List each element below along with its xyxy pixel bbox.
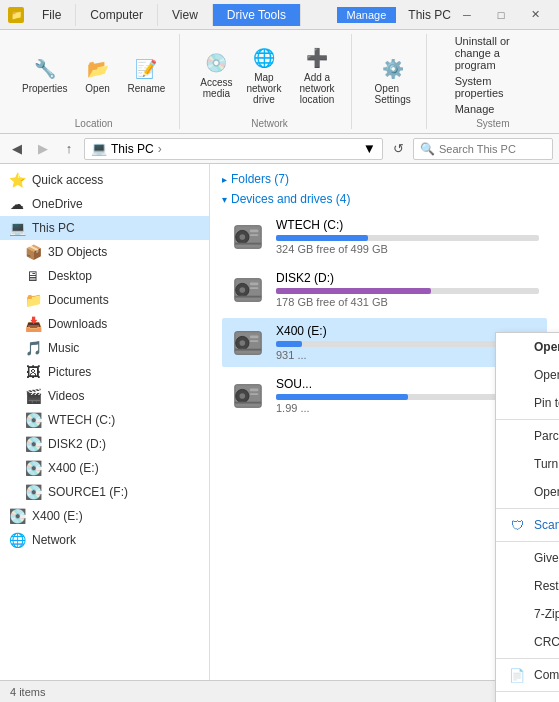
path-dropdown-btn[interactable]: ▼: [363, 141, 376, 156]
sidebar-item-3d-objects[interactable]: 📦 3D Objects: [0, 240, 209, 264]
ctx-open[interactable]: Open: [496, 333, 559, 361]
ribbon-group-settings-items: ⚙️ OpenSettings: [368, 34, 418, 127]
forward-button[interactable]: ▶: [32, 138, 54, 160]
ctx-crc-label: CRC SHA: [534, 635, 559, 649]
path-chevron: ›: [158, 142, 162, 156]
sidebar-item-documents-label: Documents: [48, 293, 109, 307]
ctx-open-new-window[interactable]: Open in new window: [496, 361, 559, 389]
ctx-pin-quick-access[interactable]: Pin to Quick access: [496, 389, 559, 417]
refresh-button[interactable]: ↺: [387, 138, 409, 160]
sidebar-item-documents[interactable]: 📁 Documents: [0, 288, 209, 312]
ribbon-item-rename-label: Rename: [128, 83, 166, 94]
drive-icon-wtech: [230, 219, 266, 255]
ctx-autoplay[interactable]: Open AutoPlay...: [496, 478, 559, 506]
ribbon-item-rename[interactable]: 📝 Rename: [122, 53, 172, 98]
ctx-restore-versions[interactable]: Restore previous versions: [496, 572, 559, 600]
ribbon-item-add-location-label: Add a networklocation: [297, 72, 336, 105]
ctx-pin-quick-access-label: Pin to Quick access: [534, 396, 559, 410]
svg-point-8: [240, 287, 246, 293]
ctx-sep-2: [496, 508, 559, 509]
sidebar-item-downloads[interactable]: 📥 Downloads: [0, 312, 209, 336]
ribbon-item-add-location[interactable]: ➕ Add a networklocation: [291, 42, 342, 109]
ctx-include-library[interactable]: Include in library ›: [496, 694, 559, 702]
drive-size-wtech: 324 GB free of 499 GB: [276, 243, 539, 255]
path-computer-icon: 💻: [91, 141, 107, 156]
ribbon-manage[interactable]: Manage: [451, 102, 535, 116]
close-button[interactable]: ✕: [519, 5, 551, 25]
ctx-acrobat[interactable]: 📄 Combiner des fichiers dans Acrobat...: [496, 661, 559, 689]
drive-item-disk2[interactable]: DISK2 (D:) 178 GB free of 431 GB: [222, 265, 547, 314]
back-button[interactable]: ◀: [6, 138, 28, 160]
drive-bar-bg-disk2: [276, 288, 539, 294]
ctx-autoplay-icon: [508, 483, 526, 501]
ctx-7zip[interactable]: 7-Zip ›: [496, 600, 559, 628]
sidebar-item-disk2[interactable]: 💽 DISK2 (D:): [0, 432, 209, 456]
this-pc-icon: 💻: [8, 219, 26, 237]
tab-view[interactable]: View: [158, 4, 213, 26]
ctx-acrobat-label: Combiner des fichiers dans Acrobat...: [534, 668, 559, 682]
ribbon-group-system-items: Uninstall or change a program System pro…: [443, 34, 543, 116]
sidebar-item-quick-access[interactable]: ⭐ Quick access: [0, 168, 209, 192]
ribbon-uninstall[interactable]: Uninstall or change a program: [451, 34, 535, 72]
tab-file[interactable]: File: [28, 4, 76, 26]
address-path[interactable]: 💻 This PC › ▼: [84, 138, 383, 160]
svg-rect-3: [250, 229, 259, 232]
ribbon-item-properties[interactable]: 🔧 Properties: [16, 53, 74, 98]
ctx-acdSee-icon: [508, 427, 526, 445]
drive-icon-x400: [230, 325, 266, 361]
svg-rect-16: [250, 340, 259, 342]
sidebar-item-wtech[interactable]: 💽 WTECH (C:): [0, 408, 209, 432]
ribbon-item-map-drive[interactable]: 🌐 Map networkdrive: [240, 42, 287, 109]
ctx-bitlocker-icon: [508, 455, 526, 473]
ribbon-item-properties-label: Properties: [22, 83, 68, 94]
folders-section-label: Folders (7): [231, 172, 289, 186]
devices-section-header[interactable]: ▾ Devices and drives (4): [222, 192, 547, 206]
sidebar-item-x400[interactable]: 💽 X400 (E:): [0, 504, 209, 528]
sidebar-item-this-pc[interactable]: 💻 This PC: [0, 216, 209, 240]
search-icon: 🔍: [420, 142, 435, 156]
ctx-pin-quick-access-icon: [508, 394, 526, 412]
ctx-sep-1: [496, 419, 559, 420]
drive-info-disk2: DISK2 (D:) 178 GB free of 431 GB: [276, 271, 539, 308]
minimize-button[interactable]: ─: [451, 5, 483, 25]
sidebar-item-wtech-label: WTECH (C:): [48, 413, 115, 427]
ctx-give-access[interactable]: Give access to ›: [496, 544, 559, 572]
ctx-acdSee[interactable]: Parcourir avec ACDSee: [496, 422, 559, 450]
sidebar-item-pictures[interactable]: 🖼 Pictures: [0, 360, 209, 384]
ribbon-item-open[interactable]: 📂 Open: [78, 53, 118, 98]
window-controls: ─ □ ✕: [451, 5, 551, 25]
svg-point-14: [240, 340, 246, 346]
ctx-bitlocker[interactable]: Turn on BitLocker: [496, 450, 559, 478]
tab-computer[interactable]: Computer: [76, 4, 158, 26]
sidebar-item-onedrive[interactable]: ☁ OneDrive: [0, 192, 209, 216]
sidebar-item-music[interactable]: 🎵 Music: [0, 336, 209, 360]
wtech-icon: 💽: [24, 411, 42, 429]
ctx-crc-icon: [508, 633, 526, 651]
search-input[interactable]: [439, 143, 559, 155]
sidebar-item-quick-access-label: Quick access: [32, 173, 103, 187]
ctx-defender[interactable]: 🛡 Scan with Microsoft Defender...: [496, 511, 559, 539]
sidebar-item-this-pc-label: This PC: [32, 221, 75, 235]
ribbon-item-open-settings[interactable]: ⚙️ OpenSettings: [368, 53, 418, 109]
up-button[interactable]: ↑: [58, 138, 80, 160]
maximize-button[interactable]: □: [485, 5, 517, 25]
sidebar-item-source1[interactable]: 💽 SOURCE1 (F:): [0, 480, 209, 504]
drive-info-wtech: WTECH (C:) 324 GB free of 499 GB: [276, 218, 539, 255]
ribbon-item-access-media[interactable]: 💿 Accessmedia: [196, 47, 236, 103]
tab-drive-tools[interactable]: Drive Tools: [213, 4, 301, 26]
sidebar-item-x400-sub[interactable]: 💽 X400 (E:): [0, 456, 209, 480]
sidebar-item-videos[interactable]: 🎬 Videos: [0, 384, 209, 408]
main-area: ⭐ Quick access ☁ OneDrive 💻 This PC 📦 3D…: [0, 164, 559, 702]
sidebar-item-videos-label: Videos: [48, 389, 84, 403]
sidebar-item-desktop[interactable]: 🖥 Desktop: [0, 264, 209, 288]
ctx-crc[interactable]: CRC SHA ›: [496, 628, 559, 656]
3d-objects-icon: 📦: [24, 243, 42, 261]
ctx-7zip-icon: [508, 605, 526, 623]
drive-name-disk2: DISK2 (D:): [276, 271, 539, 285]
ribbon-system-properties[interactable]: System properties: [451, 74, 535, 100]
sidebar-item-source1-label: SOURCE1 (F:): [48, 485, 128, 499]
folders-section-header[interactable]: ▸ Folders (7): [222, 172, 547, 186]
drive-item-wtech[interactable]: WTECH (C:) 324 GB free of 499 GB: [222, 212, 547, 261]
search-box[interactable]: 🔍: [413, 138, 553, 160]
sidebar-item-network[interactable]: 🌐 Network: [0, 528, 209, 552]
